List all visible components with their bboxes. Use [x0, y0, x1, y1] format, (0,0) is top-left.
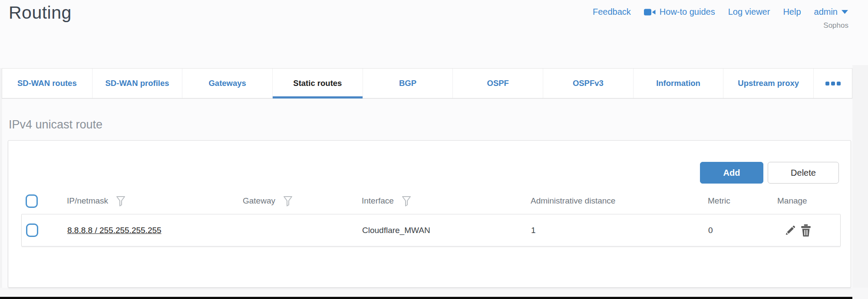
tab-ospfv3[interactable]: OSPFv3	[543, 69, 634, 98]
help-link[interactable]: Help	[783, 7, 801, 17]
routing-tab-bar: SD-WAN routes SD-WAN profiles Gateways S…	[2, 68, 852, 99]
route-metric-cell: 0	[704, 214, 773, 246]
page-title: Routing	[9, 3, 72, 23]
col-header-manage: Manage	[777, 196, 807, 206]
route-ip-netmask-link[interactable]: 8.8.8.8 / 255.255.255.255	[67, 226, 162, 235]
route-admin-distance-cell: 1	[527, 214, 704, 246]
feedback-label: Feedback	[593, 7, 631, 17]
howto-guides-label: How-to guides	[660, 7, 715, 17]
log-viewer-link[interactable]: Log viewer	[728, 7, 770, 17]
howto-guides-link[interactable]: How-to guides	[644, 7, 715, 17]
help-label: Help	[783, 7, 801, 17]
table-header-row: IP/netmask Gateway Interface Administrat…	[21, 191, 841, 210]
tab-sdwan-profiles[interactable]: SD-WAN profiles	[92, 69, 183, 98]
funnel-filter-icon[interactable]	[402, 196, 411, 207]
window-bottom-edge	[0, 297, 852, 299]
tab-overflow-menu[interactable]	[814, 69, 852, 98]
route-interface-cell: Cloudflare_MWAN	[358, 214, 527, 246]
section-heading: IPv4 unicast route	[9, 118, 102, 131]
add-button[interactable]: Add	[700, 162, 763, 184]
user-menu[interactable]: admin	[814, 7, 848, 17]
select-all-checkbox[interactable]	[26, 194, 38, 208]
tab-sdwan-routes[interactable]: SD-WAN routes	[2, 69, 92, 98]
user-menu-label: admin	[814, 7, 838, 17]
left-margin-strip	[0, 68, 2, 299]
chevron-down-icon	[842, 10, 848, 14]
pencil-icon[interactable]	[785, 225, 796, 236]
top-navigation: Feedback How-to guides Log viewer Help a…	[593, 7, 848, 17]
feedback-link[interactable]: Feedback	[593, 7, 631, 17]
tab-upstream-proxy[interactable]: Upstream proxy	[723, 69, 814, 98]
funnel-filter-icon[interactable]	[283, 196, 293, 207]
table-toolbar: Add Delete	[700, 162, 839, 184]
route-gateway-cell	[239, 214, 358, 246]
tab-information[interactable]: Information	[634, 69, 724, 98]
log-viewer-label: Log viewer	[728, 7, 770, 17]
delete-button[interactable]: Delete	[768, 162, 839, 184]
col-header-ip-netmask: IP/netmask	[67, 196, 108, 206]
col-header-gateway: Gateway	[243, 196, 275, 206]
tab-static-routes[interactable]: Static routes	[273, 69, 363, 98]
col-header-interface: Interface	[362, 196, 394, 206]
tab-ospf[interactable]: OSPF	[453, 69, 543, 98]
row-checkbox[interactable]	[26, 223, 38, 237]
tab-bgp[interactable]: BGP	[363, 69, 453, 98]
trash-icon[interactable]	[801, 224, 811, 237]
brand-label: Sophos	[823, 21, 848, 30]
ellipsis-icon	[825, 82, 841, 85]
funnel-filter-icon[interactable]	[116, 196, 125, 207]
col-header-admin-distance: Administrative distance	[531, 196, 615, 206]
video-camera-icon	[644, 8, 656, 16]
col-header-metric: Metric	[708, 196, 730, 206]
static-routes-card: Add Delete IP/netmask Gateway Interface …	[8, 140, 851, 288]
tab-gateways[interactable]: Gateways	[182, 69, 273, 98]
right-margin-strip	[852, 65, 868, 299]
table-row: 8.8.8.8 / 255.255.255.255 Cloudflare_MWA…	[21, 214, 841, 246]
